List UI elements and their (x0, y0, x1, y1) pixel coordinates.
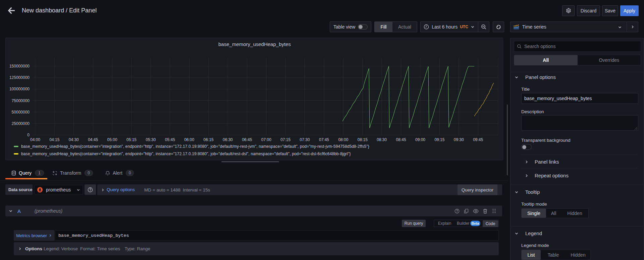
svg-text:05:45: 05:45 (165, 137, 175, 142)
svg-text:05:00: 05:00 (107, 137, 117, 142)
svg-text:04:45: 04:45 (88, 137, 98, 142)
svg-text:75000000: 75000000 (12, 98, 30, 103)
svg-text:04:15: 04:15 (49, 137, 59, 142)
svg-text:09:30: 09:30 (454, 137, 464, 142)
svg-text:09:45: 09:45 (473, 137, 483, 142)
svg-text:06:15: 06:15 (204, 137, 214, 142)
svg-text:100000000: 100000000 (9, 87, 30, 91)
svg-text:04:00: 04:00 (30, 137, 40, 142)
svg-text:07:00: 07:00 (261, 137, 271, 142)
svg-text:06:45: 06:45 (242, 137, 252, 142)
svg-text:06:00: 06:00 (184, 137, 194, 142)
svg-text:07:15: 07:15 (280, 137, 290, 142)
svg-text:150000000: 150000000 (9, 64, 30, 69)
svg-text:09:00: 09:00 (415, 137, 425, 142)
svg-text:07:30: 07:30 (300, 137, 310, 142)
svg-text:08:00: 08:00 (338, 137, 348, 142)
svg-text:08:45: 08:45 (396, 137, 406, 142)
svg-text:09:15: 09:15 (434, 137, 444, 142)
svg-text:25000000: 25000000 (12, 121, 30, 126)
svg-text:50000000: 50000000 (12, 110, 30, 115)
svg-text:04:30: 04:30 (69, 137, 79, 142)
svg-text:08:15: 08:15 (358, 137, 368, 142)
svg-text:05:30: 05:30 (146, 137, 156, 142)
svg-text:05:15: 05:15 (126, 137, 137, 142)
svg-text:08:30: 08:30 (377, 137, 387, 142)
svg-text:06:30: 06:30 (223, 137, 233, 142)
svg-text:07:45: 07:45 (319, 137, 329, 142)
svg-text:0: 0 (27, 133, 30, 137)
svg-text:125000000: 125000000 (9, 75, 30, 80)
